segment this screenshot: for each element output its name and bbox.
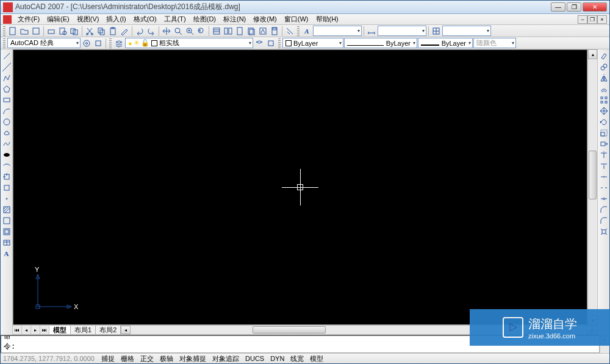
offset-icon[interactable] — [598, 84, 609, 94]
plot-icon[interactable] — [46, 26, 57, 37]
toolbar-grip-5[interactable] — [278, 38, 281, 48]
vscroll-thumb[interactable] — [589, 151, 597, 199]
make-block-icon[interactable] — [1, 182, 12, 193]
save-icon[interactable] — [30, 26, 41, 37]
match-properties-icon[interactable] — [119, 26, 130, 37]
mdi-restore-button[interactable]: ❐ — [587, 15, 597, 24]
drawing-canvas[interactable]: X Y — [13, 49, 587, 325]
design-center-icon[interactable] — [223, 26, 234, 37]
dim-style-dropdown[interactable]: ▾ — [378, 26, 426, 36]
redo-icon[interactable] — [146, 26, 157, 37]
table-style-dropdown[interactable]: ▾ — [442, 26, 491, 36]
menu-dimension[interactable]: 标注(N) — [220, 14, 249, 24]
table-style-icon[interactable] — [431, 26, 442, 37]
status-dyn[interactable]: DYN — [267, 354, 287, 363]
vscroll-track[interactable] — [588, 59, 597, 315]
menu-window[interactable]: 窗口(W) — [281, 14, 312, 24]
move-icon[interactable] — [598, 105, 609, 116]
tab-layout2[interactable]: 布局2 — [96, 326, 121, 334]
plot-preview-icon[interactable] — [57, 26, 68, 37]
sheet-set-icon[interactable] — [246, 26, 257, 37]
cut-icon[interactable] — [84, 26, 95, 37]
scroll-left-button[interactable]: ◂ — [121, 326, 131, 334]
erase-icon[interactable] — [598, 51, 609, 61]
tab-layout1[interactable]: 布局1 — [71, 326, 96, 334]
status-osnap[interactable]: 对象捕捉 — [176, 354, 209, 363]
maximize-button[interactable]: ❐ — [567, 2, 581, 12]
copy-icon[interactable] — [96, 26, 107, 37]
status-ducs[interactable]: DUCS — [242, 354, 267, 363]
hscroll-track[interactable] — [131, 326, 587, 334]
pan-icon[interactable] — [161, 26, 172, 37]
rotate-icon[interactable] — [598, 116, 609, 127]
minimize-button[interactable]: — — [551, 2, 565, 12]
zoom-realtime-icon[interactable] — [173, 26, 184, 37]
scroll-right-button[interactable]: ▸ — [587, 326, 597, 334]
array-icon[interactable] — [598, 95, 609, 105]
publish-icon[interactable] — [69, 26, 80, 37]
command-window[interactable]: 命令: *取消* 命令: — [1, 335, 600, 353]
open-icon[interactable] — [19, 26, 30, 37]
markup-icon[interactable] — [257, 26, 268, 37]
paste-icon[interactable] — [107, 26, 118, 37]
menu-file[interactable]: 文件(F) — [14, 14, 43, 24]
break-icon[interactable] — [598, 182, 609, 193]
join-icon[interactable] — [598, 193, 609, 204]
lineweight-dropdown[interactable]: ByLayer▾ — [418, 38, 473, 48]
status-otrack[interactable]: 对象追踪 — [209, 354, 242, 363]
table-icon[interactable] — [1, 237, 12, 248]
toolbar-grip-4[interactable] — [109, 38, 112, 48]
ellipse-icon[interactable] — [1, 149, 12, 160]
stretch-icon[interactable] — [598, 138, 609, 149]
layer-prev-icon[interactable] — [254, 38, 265, 49]
insert-block-icon[interactable] — [1, 171, 12, 182]
status-lwt[interactable]: 线宽 — [287, 354, 307, 363]
dim-style-icon[interactable] — [366, 26, 377, 37]
xline-icon[interactable] — [1, 62, 12, 72]
scale-icon[interactable] — [598, 127, 609, 138]
mtext-icon[interactable]: A — [1, 248, 12, 259]
ellipse-arc-icon[interactable] — [1, 160, 12, 171]
layer-dropdown[interactable]: ● ☀ 🔓 粗实线 ▾ — [125, 38, 253, 48]
fillet-icon[interactable] — [598, 215, 609, 226]
polygon-icon[interactable] — [1, 84, 12, 94]
point-icon[interactable] — [1, 193, 12, 204]
tab-prev-button[interactable]: ◂ — [22, 326, 31, 334]
status-coordinates[interactable]: 1784.2735, 1277.7912, 0.0000 — [1, 355, 98, 362]
menu-format[interactable]: 格式(O) — [130, 14, 160, 24]
break-at-point-icon[interactable] — [598, 171, 609, 182]
doc-sys-icon[interactable] — [3, 15, 12, 24]
region-icon[interactable] — [1, 226, 12, 237]
scroll-up-button[interactable]: ▴ — [588, 49, 597, 59]
status-snap[interactable]: 捕捉 — [98, 354, 118, 363]
tab-last-button[interactable]: ⏭ — [40, 326, 49, 334]
hatch-icon[interactable] — [1, 204, 12, 215]
revcloud-icon[interactable] — [1, 127, 12, 138]
menu-help[interactable]: 帮助(H) — [312, 14, 342, 24]
pline-icon[interactable] — [1, 73, 12, 83]
zoom-window-icon[interactable] — [184, 26, 195, 37]
properties-icon[interactable] — [211, 26, 222, 37]
toolbar-grip-2[interactable] — [297, 26, 300, 36]
trim-icon[interactable] — [598, 149, 609, 160]
tab-first-button[interactable]: ⏮ — [13, 326, 22, 334]
text-style-icon[interactable]: A — [301, 26, 312, 37]
command-close-button[interactable]: × — [601, 336, 609, 344]
workspace-settings-icon[interactable] — [81, 38, 92, 49]
status-polar[interactable]: 极轴 — [157, 354, 176, 363]
extend-icon[interactable] — [598, 160, 609, 171]
gradient-icon[interactable] — [1, 215, 12, 226]
tab-model[interactable]: 模型 — [49, 326, 71, 334]
layer-manager-icon[interactable] — [113, 38, 124, 49]
status-grid[interactable]: 栅格 — [118, 354, 137, 363]
status-model[interactable]: 模型 — [307, 354, 326, 363]
copy-object-icon[interactable] — [598, 62, 609, 72]
tool-palettes-icon[interactable] — [234, 26, 245, 37]
chamfer-icon[interactable] — [598, 204, 609, 215]
workspace-lock-icon[interactable] — [93, 38, 104, 49]
new-icon[interactable] — [7, 26, 18, 37]
menu-edit[interactable]: 编辑(E) — [43, 14, 73, 24]
mdi-close-button[interactable]: × — [597, 15, 607, 24]
rectangle-icon[interactable] — [1, 95, 12, 105]
color-dropdown[interactable]: ByLayer▾ — [282, 38, 343, 48]
